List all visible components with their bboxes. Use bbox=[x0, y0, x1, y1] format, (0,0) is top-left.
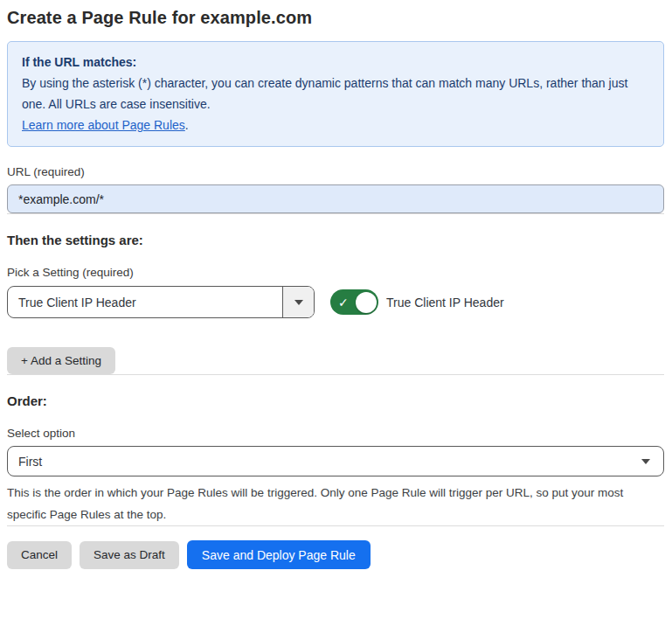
order-select-arrow bbox=[628, 459, 663, 464]
cancel-button[interactable]: Cancel bbox=[7, 541, 72, 569]
divider bbox=[7, 374, 664, 375]
page-rule-form: Create a Page Rule for example.com If th… bbox=[0, 0, 672, 569]
url-input[interactable] bbox=[7, 184, 664, 213]
true-client-ip-toggle[interactable]: ✓ bbox=[330, 289, 378, 315]
save-draft-button[interactable]: Save as Draft bbox=[80, 541, 179, 569]
settings-section-heading: Then the settings are: bbox=[7, 233, 664, 247]
setting-picker-row: True Client IP Header ✓ True Client IP H… bbox=[7, 286, 664, 318]
learn-more-link[interactable]: Learn more about Page Rules bbox=[22, 118, 185, 132]
info-box-body: By using the asterisk (*) character, you… bbox=[22, 73, 649, 115]
url-field-label: URL (required) bbox=[7, 165, 664, 178]
footer-actions: Cancel Save as Draft Save and Deploy Pag… bbox=[7, 540, 664, 569]
order-select-label: Select option bbox=[7, 427, 664, 440]
check-icon: ✓ bbox=[338, 296, 349, 308]
order-select[interactable]: First bbox=[7, 446, 664, 476]
setting-select[interactable]: True Client IP Header bbox=[7, 286, 315, 318]
setting-select-value: True Client IP Header bbox=[8, 296, 282, 310]
url-match-info-box: If the URL matches: By using the asteris… bbox=[7, 41, 664, 147]
order-select-value: First bbox=[8, 455, 628, 469]
add-setting-button[interactable]: + Add a Setting bbox=[7, 347, 115, 374]
pick-setting-label: Pick a Setting (required) bbox=[7, 266, 664, 279]
info-box-link-line: Learn more about Page Rules. bbox=[22, 115, 649, 136]
save-deploy-button[interactable]: Save and Deploy Page Rule bbox=[187, 540, 371, 569]
order-section-heading: Order: bbox=[7, 393, 664, 408]
page-title: Create a Page Rule for example.com bbox=[7, 8, 664, 28]
divider bbox=[7, 213, 664, 214]
divider bbox=[7, 525, 664, 526]
link-suffix: . bbox=[185, 118, 189, 132]
toggle-knob bbox=[356, 292, 377, 313]
order-help-text: This is the order in which your Page Rul… bbox=[7, 482, 664, 525]
toggle-label: True Client IP Header bbox=[386, 296, 504, 310]
info-box-heading: If the URL matches: bbox=[22, 52, 649, 73]
setting-select-arrow-button[interactable] bbox=[282, 287, 314, 317]
chevron-down-icon bbox=[641, 459, 650, 464]
chevron-down-icon bbox=[294, 300, 303, 305]
